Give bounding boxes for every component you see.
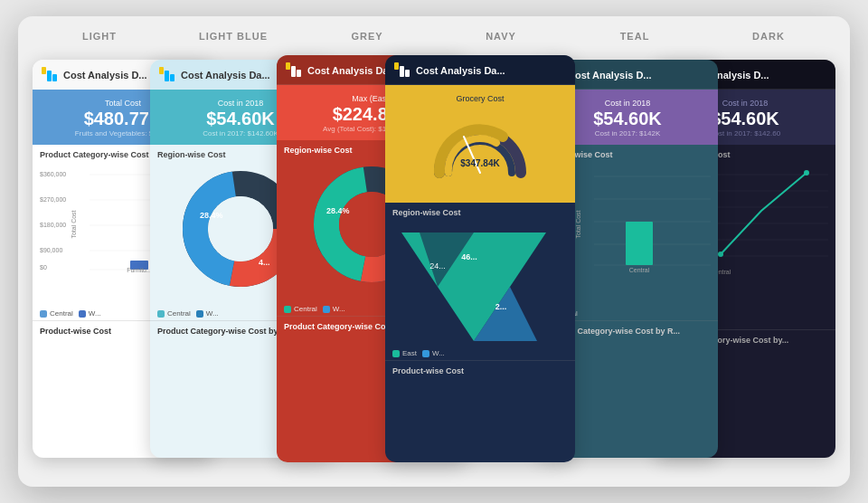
theme-label-grey: GREY (304, 31, 430, 42)
svg-rect-18 (170, 74, 175, 81)
svg-rect-0 (42, 67, 46, 74)
svg-text:$347.84K: $347.84K (460, 158, 500, 168)
svg-text:46...: 46... (461, 252, 477, 261)
svg-rect-26 (291, 66, 296, 77)
card-navy-funnel: 46... 2... 24... (385, 220, 575, 346)
svg-text:$360,000: $360,000 (40, 171, 66, 177)
svg-text:28.4%: 28.4% (200, 211, 223, 220)
svg-text:24...: 24... (429, 261, 446, 270)
powerbi-icon-g (286, 62, 302, 79)
navy-gauge-svg: $347.84K (426, 114, 534, 186)
svg-rect-16 (159, 67, 164, 74)
svg-text:Total Cost: Total Cost (575, 210, 581, 238)
svg-text:$90,000: $90,000 (40, 247, 62, 253)
main-container: LIGHT LIGHT BLUE GREY NAVY TEAL DARK Cos… (18, 16, 850, 487)
lb-legend-central: Central (157, 309, 191, 318)
navy-funnel-svg: 46... 2... 24... (392, 223, 555, 341)
svg-text:2...: 2... (495, 302, 507, 311)
card-navy-kpi: Grocery Cost (385, 85, 575, 203)
theme-label-teal: TEAL (571, 31, 698, 42)
theme-labels-row: LIGHT LIGHT BLUE GREY NAVY TEAL DARK (33, 31, 835, 42)
theme-label-dark: DARK (705, 31, 832, 42)
g-legend-central: Central (284, 305, 317, 313)
card-navy-section1: Region-wise Cost (385, 203, 575, 220)
legend-w: W... (79, 309, 101, 318)
svg-rect-17 (165, 71, 169, 81)
card-lightblue-title: Cost Analysis Da... (181, 70, 270, 81)
card-navy[interactable]: Cost Analysis Da... Grocery Cost (385, 55, 575, 462)
svg-rect-27 (297, 70, 301, 77)
card-navy-legend: East W... (385, 346, 575, 360)
card-navy-bottom: Product-wise Cost (385, 360, 575, 381)
card-navy-title: Cost Analysis Da... (416, 65, 505, 76)
svg-text:$0: $0 (40, 264, 47, 270)
svg-text:$270,000: $270,000 (40, 196, 66, 203)
g-legend-w: W... (323, 305, 345, 313)
card-grey-title: Cost Analysis Da... (307, 65, 397, 76)
svg-text:4...: 4... (259, 258, 270, 267)
svg-point-77 (718, 252, 723, 257)
theme-label-light: LIGHT (36, 31, 163, 42)
svg-text:$180,000: $180,000 (40, 222, 66, 228)
card-navy-kpi-label: Grocery Cost (394, 94, 566, 103)
svg-text:Central: Central (629, 267, 650, 273)
svg-text:28.4%: 28.4% (326, 206, 350, 215)
cards-row: Cost Analysis D... Total Cost $480.77K F… (33, 51, 835, 467)
powerbi-icon (42, 67, 58, 83)
n-legend-east: East (392, 349, 417, 357)
card-navy-gauge: $347.84K (394, 105, 566, 195)
card-teal-title: Cost Analysis D... (568, 70, 652, 81)
svg-text:Furnitu...: Furnitu... (127, 267, 152, 273)
card-navy-header: Cost Analysis Da... (385, 55, 575, 85)
theme-label-navy: NAVY (438, 31, 564, 42)
powerbi-icon-lb (159, 67, 175, 83)
svg-rect-25 (286, 62, 290, 70)
svg-point-78 (804, 170, 809, 176)
svg-point-22 (208, 196, 273, 261)
svg-rect-34 (394, 62, 399, 70)
svg-rect-59 (626, 222, 653, 265)
theme-label-lightblue: LIGHT BLUE (170, 31, 297, 42)
svg-text:Total Cost: Total Cost (71, 210, 77, 238)
lb-legend-w: W... (196, 309, 219, 318)
powerbi-icon-n (394, 62, 410, 79)
svg-rect-2 (52, 74, 57, 81)
svg-rect-1 (47, 71, 52, 81)
legend-central: Central (40, 309, 73, 318)
svg-rect-35 (400, 66, 404, 77)
n-legend-w: W... (422, 349, 445, 357)
card-light-title: Cost Analysis D... (63, 70, 147, 81)
svg-rect-36 (405, 70, 410, 77)
